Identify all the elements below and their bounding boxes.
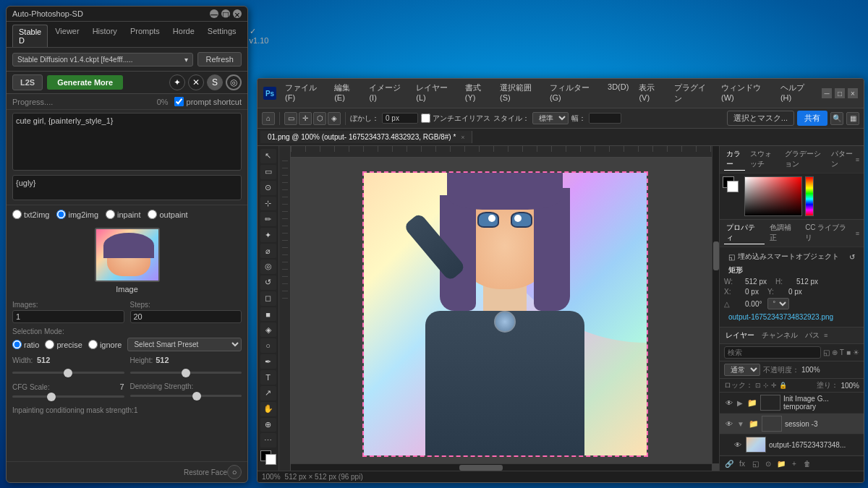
tool-icon-1[interactable]: ✦	[169, 74, 185, 90]
tool-more[interactable]: ⋯	[260, 433, 276, 448]
negative-prompt-input[interactable]: {ugly}	[12, 175, 242, 200]
layer-expand-session[interactable]: ▼	[737, 420, 744, 428]
steps-input[interactable]	[130, 310, 242, 323]
tool-shape[interactable]: ↗	[260, 386, 276, 401]
home-icon[interactable]: ⌂	[262, 112, 275, 125]
tool-arrow[interactable]: ↖	[260, 149, 276, 163]
tab-swatches[interactable]: スウォッチ	[748, 148, 780, 171]
ps-tab-close-icon[interactable]: ×	[461, 134, 464, 141]
rect-select-icon[interactable]: ▭	[284, 112, 297, 125]
tool-hand[interactable]: ✋	[260, 402, 276, 416]
color-spectrum-bar[interactable]	[805, 176, 814, 216]
menu-window[interactable]: ウィンドウ(W)	[717, 81, 775, 106]
layer-eye-output[interactable]: 👁	[733, 440, 743, 450]
tool-icon-s[interactable]: S	[207, 74, 223, 90]
generate-button[interactable]: Generate More	[47, 75, 123, 90]
menu-help[interactable]: ヘルプ(H)	[776, 81, 817, 106]
menu-plugins[interactable]: プラグイン	[670, 81, 715, 106]
sel-precise[interactable]: precise	[45, 340, 82, 349]
tab-horde[interactable]: Horde	[167, 25, 200, 47]
menu-image[interactable]: イメージ(I)	[365, 81, 410, 106]
lock-transparent-icon[interactable]: ⊡	[755, 382, 761, 389]
denoising-slider[interactable]	[130, 395, 242, 397]
tool-crop[interactable]: ⊹	[260, 197, 276, 211]
sd-model-select[interactable]: Stable Diffusion v1.4.ckpt [fe4efff.....…	[12, 53, 193, 67]
color-gradient-picker[interactable]	[744, 176, 802, 216]
ps-minimize-button[interactable]: ─	[822, 88, 832, 98]
color-panel-menu[interactable]: ≡	[856, 156, 859, 163]
layers-search-input[interactable]	[724, 346, 821, 359]
tab-channels[interactable]: チャンネル	[760, 330, 799, 341]
sd-minimize-button[interactable]: ─	[210, 9, 218, 18]
layer-link-icon[interactable]: 🔗	[724, 458, 734, 468]
smart-preset-select[interactable]: Select Smart Preset	[127, 338, 242, 351]
tool-text[interactable]: T	[260, 370, 276, 385]
tool-history[interactable]: ↺	[260, 275, 276, 290]
tool-icon-circle[interactable]: ◎	[226, 74, 242, 90]
layer-mask-icon[interactable]: ◱	[750, 458, 760, 468]
tab-color-adjust[interactable]: 色調補正	[767, 222, 801, 244]
tool-gradient[interactable]: ■	[260, 307, 276, 322]
ps-close-button[interactable]: ×	[848, 88, 858, 98]
filter-icon-4[interactable]: ■	[846, 348, 851, 356]
background-color[interactable]	[265, 454, 276, 465]
layer-eye-session[interactable]: 👁	[724, 419, 734, 429]
menu-edit[interactable]: 編集(E)	[330, 81, 363, 106]
lock-all-icon[interactable]: 🔒	[779, 382, 787, 389]
layer-eye-init[interactable]: 👁	[724, 398, 734, 408]
sel-ignore[interactable]: ignore	[88, 340, 122, 349]
tab-color[interactable]: カラー	[724, 148, 745, 171]
tool-eraser[interactable]: ◻	[260, 291, 276, 306]
layer-delete-icon[interactable]: 🗑	[802, 458, 812, 468]
tool-blur[interactable]: ◈	[260, 322, 276, 337]
angle-mode-select[interactable]: °	[767, 298, 789, 309]
filter-icon-5[interactable]: ☀	[853, 348, 859, 356]
prompt-shortcut-label[interactable]: prompt shortcut	[174, 97, 242, 106]
menu-3d[interactable]: 3D(D)	[603, 81, 633, 106]
lock-image-icon[interactable]: ⊹	[763, 382, 769, 389]
layer-new-icon[interactable]: +	[789, 458, 799, 468]
ps-active-tab[interactable]: 01.png @ 100% (output- 1675234373.483292…	[260, 131, 472, 143]
mode-inpaint[interactable]: inpaint	[106, 210, 140, 219]
tab-stable-d[interactable]: Stable D	[12, 25, 48, 47]
layer-item-session[interactable]: 👁 ▼ 📁 session -3	[720, 414, 864, 435]
tool-stamp[interactable]: ◎	[260, 260, 276, 274]
filter-icon-2[interactable]: ⊕	[832, 348, 838, 356]
tool-heal[interactable]: ✦	[260, 228, 276, 242]
blur-input[interactable]	[382, 113, 418, 124]
horizontal-scrollbar[interactable]	[291, 463, 712, 471]
layer-adjust-icon[interactable]: ⊙	[763, 458, 773, 468]
tool-zoom[interactable]: ⊕	[260, 418, 276, 432]
menu-filter[interactable]: フィルター(G)	[545, 81, 602, 106]
tab-paths[interactable]: パス	[804, 330, 821, 341]
share-button[interactable]: 共有	[797, 111, 827, 126]
menu-view[interactable]: 表示(V)	[634, 81, 668, 106]
tool-marquee[interactable]: ▭	[260, 165, 276, 179]
sd-bottom-icon[interactable]: ○	[227, 465, 242, 479]
filter-icon-3[interactable]: T	[840, 348, 844, 356]
layout-icon[interactable]: ▦	[846, 112, 859, 125]
props-panel-menu[interactable]: ≡	[856, 230, 859, 237]
blend-mode-select[interactable]: 通常	[724, 364, 760, 376]
prompt-shortcut-checkbox[interactable]	[174, 97, 184, 106]
tab-properties[interactable]: プロパティ	[724, 222, 765, 244]
layer-folder-btn[interactable]: 📁	[776, 458, 786, 468]
filter-icon-1[interactable]: ◱	[823, 348, 830, 356]
tab-patterns[interactable]: パターン	[829, 148, 856, 171]
sd-refresh-button[interactable]: Refresh	[197, 52, 242, 67]
tab-history[interactable]: History	[87, 25, 123, 47]
tab-cc-library[interactable]: CC ライブラリ	[803, 222, 856, 244]
tool-path[interactable]: ✒	[260, 354, 276, 369]
tab-settings[interactable]: Settings	[202, 25, 242, 47]
antialias-checkbox[interactable]	[421, 114, 430, 123]
mode-outpaint[interactable]: outpaint	[148, 210, 187, 219]
layer-item-init[interactable]: 👁 ▶ 📁 Init Image G... temporary	[720, 393, 864, 414]
menu-layer[interactable]: レイヤー(L)	[412, 81, 459, 106]
tool-dodge[interactable]: ○	[260, 338, 276, 353]
vertical-scroll-thumb[interactable]	[713, 241, 719, 270]
tab-viewer[interactable]: Viewer	[49, 25, 85, 47]
sd-close-button[interactable]: ×	[233, 9, 242, 18]
refresh-icon[interactable]: ↺	[849, 253, 855, 261]
vertical-scrollbar[interactable]	[712, 146, 719, 463]
ps-canvas[interactable]	[362, 171, 648, 457]
